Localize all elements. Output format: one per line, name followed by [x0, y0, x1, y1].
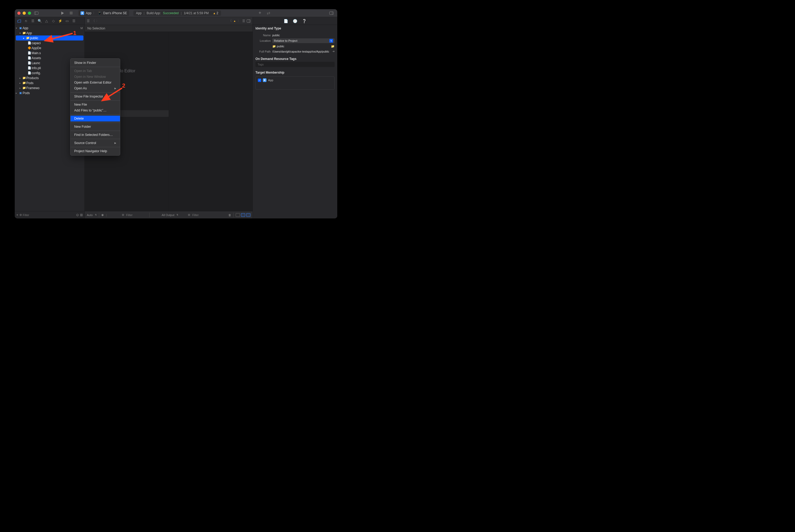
- ctx-show-in-finder[interactable]: Show in Finder: [71, 60, 120, 66]
- target-app-label: App: [268, 79, 273, 82]
- symbol-navigator-icon[interactable]: ☰: [30, 18, 36, 24]
- location-file: 📁 public: [272, 45, 329, 48]
- back-icon[interactable]: 〈: [92, 19, 95, 23]
- navigator-filter-input[interactable]: [23, 213, 75, 216]
- sidebar-toggle-icon[interactable]: [33, 10, 39, 16]
- reveal-icon[interactable]: ➜: [332, 50, 335, 53]
- warning-icon: ▲: [233, 19, 236, 22]
- choose-path-icon[interactable]: 📁: [331, 45, 335, 48]
- breakpoint-navigator-icon[interactable]: ▭: [64, 18, 70, 24]
- ctx-new-file[interactable]: New File: [71, 102, 120, 108]
- svg-rect-5: [247, 19, 250, 22]
- resource-tags-header: On Demand Resource Tags: [253, 55, 337, 62]
- minimize-icon[interactable]: [23, 12, 26, 15]
- svg-rect-0: [34, 12, 38, 15]
- checkbox-icon[interactable]: ✓: [258, 79, 261, 82]
- auto-arrow-icon: ⇅: [95, 214, 97, 216]
- test-navigator-icon[interactable]: ◇: [51, 18, 56, 24]
- auto-label[interactable]: Auto: [87, 213, 93, 216]
- app-target-icon: ✱: [263, 78, 267, 82]
- close-icon[interactable]: [17, 12, 20, 15]
- debug-bar: Auto ⇅ ◉ | ⊜ All Output ⇅ ⊜ 🗑: [85, 211, 253, 218]
- ctx-new-folder[interactable]: New Folder: [71, 124, 120, 130]
- editor-right-pane: [169, 32, 253, 211]
- stop-button[interactable]: [68, 10, 74, 16]
- source-control-navigator-icon[interactable]: ⎋: [23, 18, 29, 24]
- code-review-icon[interactable]: ⇄: [265, 10, 271, 16]
- scheme-selector[interactable]: ✱ App 〉 📱 Dan's iPhone SE: [78, 10, 129, 16]
- xcode-window: ✱ App 〉 📱 Dan's iPhone SE App | Build Ap…: [15, 9, 337, 218]
- console-filter-input[interactable]: [192, 213, 213, 216]
- add-button[interactable]: +: [257, 10, 263, 16]
- report-navigator-icon[interactable]: ☰: [71, 18, 77, 24]
- help-inspector-icon[interactable]: ❔: [302, 19, 306, 23]
- split-forward-icon[interactable]: 〉: [238, 19, 241, 23]
- warnings-badge[interactable]: ▲ 2: [213, 11, 218, 15]
- filter-icon: ⊜: [122, 213, 124, 216]
- scm-icon[interactable]: ⊞: [80, 213, 83, 217]
- inspector-tabs: 📄 🕘 ❔: [253, 17, 337, 25]
- warnings-count: 2: [217, 11, 218, 15]
- path-bar: No Selection: [85, 25, 253, 32]
- chevron-right-icon: ▶: [114, 142, 116, 144]
- split-warning-icon[interactable]: 〈: [229, 19, 232, 23]
- recent-icon[interactable]: ⊙: [76, 213, 79, 217]
- ctx-nav-help[interactable]: Project Navigator Help: [71, 148, 120, 154]
- name-value[interactable]: public: [272, 34, 335, 37]
- identity-header: Identity and Type: [253, 25, 337, 31]
- navigator-tabs: ⎋ ☰ 🔍 △ ◇ ⚡ ▭ ☰: [15, 17, 85, 25]
- console-view-icon[interactable]: [241, 213, 245, 217]
- visibility-icon[interactable]: ◉: [101, 213, 104, 216]
- target-membership-box: ✓ ✱ App: [255, 76, 335, 90]
- forward-icon[interactable]: 〉: [96, 19, 99, 23]
- file-inspector-icon[interactable]: 📄: [284, 19, 288, 23]
- location-label: Location: [255, 39, 271, 42]
- ctx-open-as[interactable]: Open As▶: [71, 86, 120, 91]
- select-arrows-icon: ⇅: [329, 39, 333, 43]
- warning-icon: ▲: [213, 12, 216, 15]
- all-output-label[interactable]: All Output: [162, 213, 175, 216]
- history-inspector-icon[interactable]: 🕘: [293, 19, 297, 23]
- ctx-open-in-window: Open in New Window: [71, 74, 120, 80]
- status-time: 1/4/21 at 5:59 PM: [184, 11, 209, 15]
- related-items-icon[interactable]: ☰: [87, 19, 90, 23]
- add-editor-icon[interactable]: [247, 19, 250, 23]
- ctx-source-control[interactable]: Source Control▶: [71, 140, 120, 146]
- ctx-show-file-inspector[interactable]: Show File Inspector: [71, 94, 120, 99]
- target-app-row[interactable]: ✓ ✱ App: [258, 78, 332, 82]
- location-select[interactable]: Relative to Project ⇅: [272, 38, 335, 43]
- ctx-add-files[interactable]: Add Files to “public”…: [71, 108, 120, 113]
- find-navigator-icon[interactable]: 🔍: [37, 18, 42, 24]
- trash-icon[interactable]: 🗑: [228, 213, 231, 216]
- variables-view-icon[interactable]: [236, 213, 240, 217]
- navigator-filter-bar: + ⊜ ⊙ ⊞: [15, 211, 85, 218]
- target-membership-header: Target Membership: [253, 69, 337, 75]
- fullpath-value: /Users/dan/git/capacitor-testapp/ios/App…: [272, 50, 331, 53]
- tree-file-capacitor[interactable]: 📄 capaci: [15, 40, 85, 45]
- ctx-open-external[interactable]: Open with External Editor: [71, 80, 120, 86]
- editor-options-icon[interactable]: ☰: [242, 19, 245, 23]
- tree-folder-public[interactable]: ▸📁 public: [16, 36, 84, 40]
- maximize-icon[interactable]: [28, 12, 31, 15]
- debug-navigator-icon[interactable]: ⚡: [57, 18, 63, 24]
- scheme-device: Dan's iPhone SE: [103, 11, 127, 15]
- split-view-icon[interactable]: [246, 213, 250, 217]
- tree-file-mainstoryboard[interactable]: 📄 Main.s: [15, 51, 85, 55]
- run-button[interactable]: [59, 10, 66, 16]
- add-file-icon[interactable]: +: [16, 213, 18, 217]
- variables-filter-input[interactable]: [126, 213, 147, 216]
- tree-root-app[interactable]: ▾▣ App M: [15, 25, 85, 31]
- ctx-find-folders[interactable]: Find in Selected Folders…: [71, 132, 120, 138]
- ctx-delete[interactable]: Delete: [71, 116, 120, 121]
- issue-navigator-icon[interactable]: △: [44, 18, 50, 24]
- tree-folder-app[interactable]: ▾📁 App: [15, 31, 85, 36]
- project-navigator-icon[interactable]: [16, 18, 22, 24]
- library-icon[interactable]: [328, 10, 335, 16]
- activity-status[interactable]: App | Build App: Succeeded | 1/4/21 at 5…: [133, 11, 221, 16]
- tree-file-appdelegate[interactable]: 🔶 AppDe: [15, 45, 85, 51]
- titlebar: ✱ App 〉 📱 Dan's iPhone SE App | Build Ap…: [15, 9, 337, 17]
- main-area: ⎋ ☰ 🔍 △ ◇ ⚡ ▭ ☰ ▾▣ App M ▾📁 App: [15, 17, 337, 218]
- resource-tags-input[interactable]: Tags: [255, 62, 335, 67]
- path-no-selection: No Selection: [87, 26, 105, 30]
- svg-rect-2: [70, 12, 73, 15]
